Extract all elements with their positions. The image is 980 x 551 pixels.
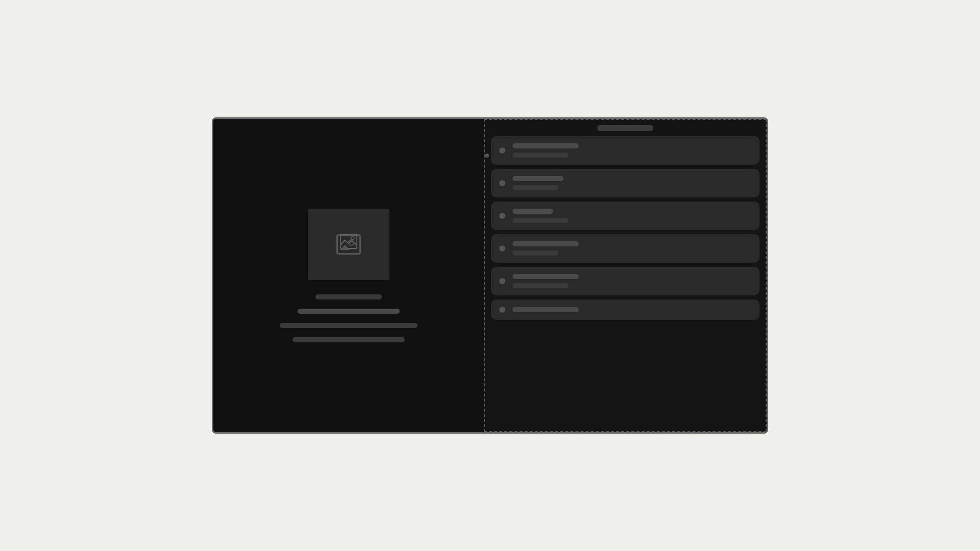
image-icon bbox=[336, 234, 361, 255]
item-bar-partial bbox=[512, 307, 579, 312]
item-bar-2 bbox=[512, 218, 569, 223]
list-item-content bbox=[512, 176, 751, 190]
left-bar-long2 bbox=[292, 337, 405, 342]
list-dot bbox=[499, 307, 505, 313]
tooltip-dot bbox=[485, 154, 489, 158]
main-frame: Vertical Stack Grouping bbox=[212, 117, 768, 434]
list-item bbox=[491, 202, 760, 230]
item-bar-2 bbox=[512, 153, 569, 158]
item-bar-2 bbox=[512, 185, 558, 190]
right-panel: Vertical Stack Grouping bbox=[484, 119, 767, 432]
list-item-content bbox=[512, 274, 751, 288]
list-dot bbox=[499, 147, 505, 154]
list-item bbox=[491, 234, 760, 263]
list-item bbox=[491, 136, 760, 165]
list-item-partial bbox=[491, 299, 760, 320]
list-item bbox=[491, 267, 760, 295]
item-bar-2 bbox=[512, 251, 558, 256]
item-bar-2 bbox=[512, 283, 569, 288]
svg-point-1 bbox=[351, 237, 354, 240]
left-bar-long bbox=[280, 323, 418, 328]
top-bar bbox=[597, 125, 653, 131]
list-item bbox=[491, 169, 760, 197]
list-dot bbox=[499, 180, 505, 186]
item-bar-1 bbox=[512, 176, 564, 181]
list-item-content bbox=[512, 209, 751, 223]
item-bar-1 bbox=[512, 143, 579, 148]
left-panel bbox=[213, 119, 484, 432]
list-dot bbox=[499, 278, 505, 284]
list-dot bbox=[499, 245, 505, 252]
item-bar-1 bbox=[512, 274, 579, 279]
item-bar-1 bbox=[512, 241, 579, 246]
cyan-arrow bbox=[766, 151, 767, 307]
item-bar-1 bbox=[512, 209, 553, 214]
list-item-content bbox=[512, 143, 751, 158]
svg-rect-0 bbox=[340, 234, 357, 248]
cyan-arrowhead bbox=[766, 298, 767, 307]
list-item-content bbox=[512, 241, 751, 256]
tooltip-container: Vertical Stack Grouping bbox=[484, 146, 489, 164]
left-bar-short bbox=[315, 294, 382, 299]
list-dot bbox=[499, 213, 505, 219]
image-placeholder bbox=[308, 209, 389, 280]
left-bar-medium bbox=[298, 309, 400, 314]
top-bar-container bbox=[491, 125, 760, 131]
